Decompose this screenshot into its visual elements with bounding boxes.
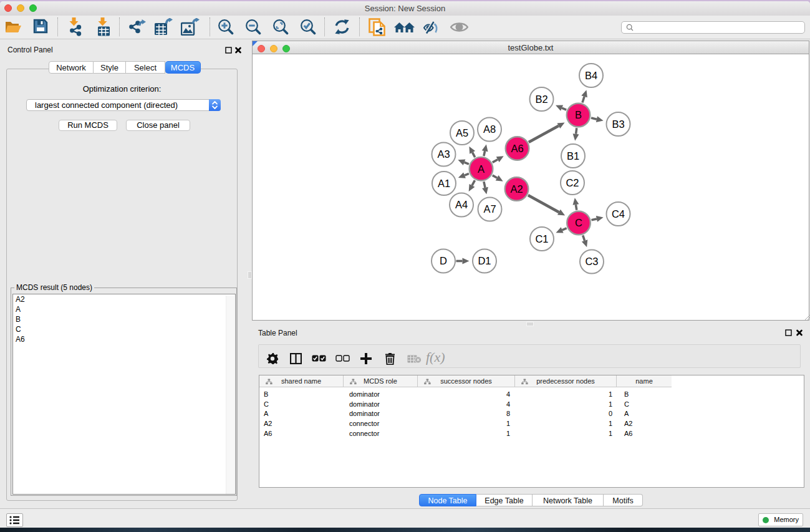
svg-text:B4: B4 <box>585 70 597 81</box>
svg-text:C: C <box>575 217 582 228</box>
svg-text:A2: A2 <box>510 183 523 195</box>
svg-text:D: D <box>440 255 447 266</box>
svg-text:B3: B3 <box>612 118 624 130</box>
svg-text:A: A <box>478 163 485 175</box>
svg-text:A7: A7 <box>483 203 496 215</box>
svg-text:C3: C3 <box>585 256 598 267</box>
svg-text:B2: B2 <box>535 94 547 105</box>
svg-text:A6: A6 <box>511 143 523 154</box>
svg-text:A4: A4 <box>455 199 468 210</box>
svg-text:A5: A5 <box>456 127 468 138</box>
svg-text:A3: A3 <box>437 148 450 160</box>
svg-text:C1: C1 <box>535 233 548 244</box>
svg-text:B: B <box>575 109 582 120</box>
svg-text:A1: A1 <box>438 178 450 189</box>
svg-text:A8: A8 <box>483 123 496 135</box>
svg-text:C4: C4 <box>612 208 625 220</box>
svg-text:B1: B1 <box>567 150 579 162</box>
svg-text:D1: D1 <box>478 255 491 266</box>
svg-text:C2: C2 <box>566 177 579 188</box>
